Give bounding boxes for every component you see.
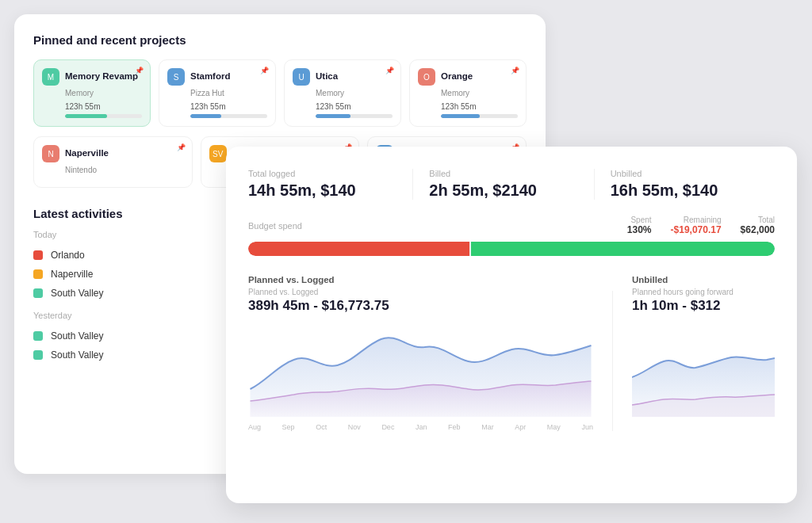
progress-bg-3	[441, 114, 518, 118]
budget-total: Total $62,000	[741, 216, 775, 235]
project-icon-3: O	[418, 68, 435, 86]
project-time-0: 123h 55m	[65, 102, 142, 111]
project-name-0: Memory Revamp	[65, 71, 138, 82]
chart-planned-logged: Planned vs. Logged Planned vs. Logged 38…	[248, 275, 593, 431]
project-sub-1: Pizza Hut	[190, 89, 267, 97]
project-icon-sm-0: N	[42, 145, 59, 162]
stat-label-1: Billed	[429, 169, 577, 178]
budget-remaining: Remaining -$19,070.17	[671, 216, 722, 235]
project-name-3: Orange	[441, 71, 473, 82]
chart-left-title: Planned vs. Logged	[248, 275, 593, 284]
activity-dot-southvalley-today	[33, 288, 43, 298]
budget-spent: Spent 130%	[627, 216, 652, 235]
project-time-2: 123h 55m	[316, 102, 393, 111]
x-label-10: Jun	[581, 423, 593, 431]
chart-left-sublabel: Planned vs. Logged	[248, 288, 593, 296]
budget-total-label: Total	[741, 216, 775, 224]
budget-bar	[248, 242, 775, 256]
stat-value-0: 14h 55m, $140	[248, 181, 396, 200]
stat-value-1: 2h 55m, $2140	[429, 181, 577, 200]
progress-bg-0	[65, 114, 142, 118]
stat-billed: Billed 2h 55m, $2140	[412, 169, 593, 200]
project-card-sm-0[interactable]: N Naperville Nintendo 📌	[33, 136, 193, 188]
activity-dot-orlando	[33, 250, 43, 260]
project-card-0[interactable]: M Memory Revamp Memory 123h 55m 📌	[33, 59, 151, 127]
budget-remaining-value: -$19,070.17	[671, 224, 722, 235]
stat-value-2: 16h 55m, $140	[611, 181, 759, 200]
stat-label-0: Total logged	[248, 169, 396, 178]
x-label-5: Jan	[416, 423, 427, 431]
chart-right-title: Unbilled	[632, 275, 775, 284]
project-icon-0: M	[42, 68, 59, 86]
activity-label-naperville: Naperville	[51, 269, 93, 280]
progress-fill-1	[190, 114, 221, 118]
progress-bg-2	[316, 114, 393, 118]
pin-icon-1[interactable]: 📌	[260, 67, 269, 74]
projects-grid-row1: M Memory Revamp Memory 123h 55m 📌 S Stam…	[33, 59, 527, 127]
project-card-2[interactable]: U Utica Memory 123h 55m 📌	[284, 59, 401, 127]
progress-bg-1	[190, 114, 267, 118]
chart-right-svg	[632, 322, 775, 417]
x-label-2: Oct	[316, 423, 327, 431]
project-sub-2: Memory	[316, 89, 393, 97]
project-time-1: 123h 55m	[190, 102, 267, 111]
charts-section: Planned vs. Logged Planned vs. Logged 38…	[248, 275, 775, 431]
budget-label: Budget spend	[248, 221, 302, 231]
x-label-4: Dec	[381, 423, 394, 431]
chart-divider	[612, 291, 613, 431]
chart-left-svg	[248, 322, 593, 417]
x-label-7: Mar	[481, 423, 494, 431]
project-icon-2: U	[293, 68, 310, 86]
project-name-sm-0: Naperville	[65, 148, 109, 159]
budget-spent-label: Spent	[627, 216, 652, 224]
x-label-0: Aug	[248, 423, 261, 431]
activity-dot-naperville	[33, 269, 43, 279]
chart-right-sublabel: Planned hours going forward	[632, 288, 775, 296]
budget-stats: Spent 130% Remaining -$19,070.17 Total $…	[627, 216, 775, 235]
budget-remaining-label: Remaining	[671, 216, 722, 224]
budget-bar-red	[248, 242, 469, 256]
budget-section: Budget spend Spent 130% Remaining -$19,0…	[248, 216, 775, 256]
stat-total-logged: Total logged 14h 55m, $140	[248, 169, 412, 200]
pin-icon-0[interactable]: 📌	[135, 67, 144, 74]
chart-unbilled: Unbilled Planned hours going forward 1h …	[632, 275, 775, 431]
project-card-3[interactable]: O Orange Memory 123h 55m 📌	[409, 59, 527, 127]
project-icon-sm-1: SV	[209, 145, 227, 162]
stat-unbilled: Unbilled 16h 55m, $140	[594, 169, 775, 200]
project-card-1[interactable]: S Stamford Pizza Hut 123h 55m 📌	[159, 59, 276, 127]
stat-label-2: Unbilled	[611, 169, 759, 178]
pinned-projects-title: Pinned and recent projects	[33, 33, 527, 47]
project-sub-0: Memory	[65, 89, 142, 97]
x-label-6: Feb	[448, 423, 461, 431]
activity-label-southvalley-y2: South Valley	[51, 349, 104, 361]
progress-fill-2	[316, 114, 350, 118]
pin-icon-sm-0[interactable]: 📌	[177, 143, 186, 151]
pin-icon-3[interactable]: 📌	[511, 67, 519, 74]
project-icon-1: S	[167, 68, 185, 86]
pin-icon-2[interactable]: 📌	[385, 67, 394, 74]
activity-label-orlando: Orlando	[51, 250, 85, 261]
budget-spent-value: 130%	[627, 224, 652, 235]
front-card: Total logged 14h 55m, $140 Billed 2h 55m…	[226, 147, 797, 503]
activity-label-southvalley-y1: South Valley	[51, 330, 104, 342]
budget-total-value: $62,000	[741, 224, 775, 235]
x-label-1: Sep	[282, 423, 295, 431]
x-label-9: May	[547, 423, 561, 431]
project-sub-3: Memory	[441, 89, 518, 97]
x-label-8: Apr	[515, 423, 526, 431]
project-sub-sm-0: Nintendo	[65, 166, 184, 174]
chart-left-value: 389h 45m - $16,773.75	[248, 298, 593, 314]
progress-fill-0	[65, 114, 107, 118]
activity-dot-southvalley-y2	[33, 350, 43, 360]
budget-header: Budget spend Spent 130% Remaining -$19,0…	[248, 216, 775, 235]
activity-dot-southvalley-y1	[33, 331, 43, 341]
budget-bar-green	[471, 242, 775, 256]
chart-right-value: 1h 10m - $312	[632, 298, 775, 314]
x-axis-labels: Aug Sep Oct Nov Dec Jan Feb Mar Apr May …	[248, 423, 593, 431]
stats-row: Total logged 14h 55m, $140 Billed 2h 55m…	[248, 169, 775, 200]
project-name-1: Stamford	[190, 71, 230, 82]
activity-label-southvalley-today: South Valley	[51, 288, 104, 299]
project-name-2: Utica	[316, 71, 338, 82]
x-label-3: Nov	[348, 423, 361, 431]
progress-fill-3	[441, 114, 480, 118]
